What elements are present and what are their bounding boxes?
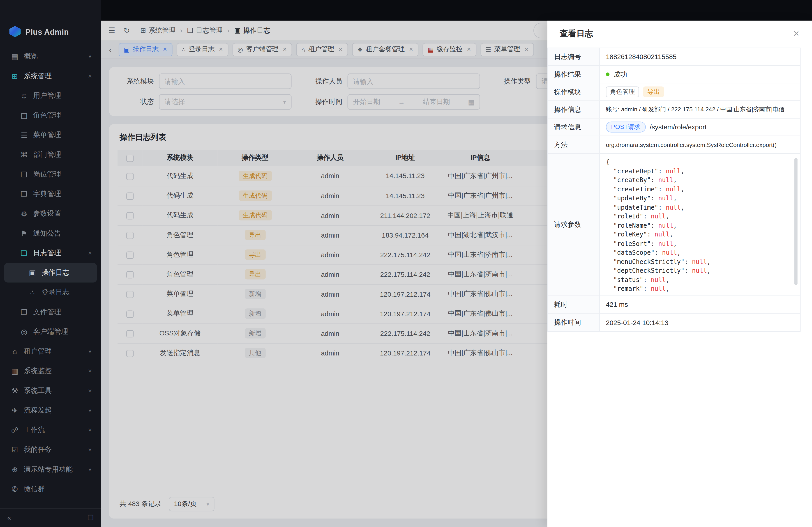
success-status-dot (606, 72, 609, 76)
post-method-tag: POST请求 (606, 122, 646, 132)
detail-label-duration: 耗时 (548, 296, 600, 313)
drawer-title: 查看日志 (560, 28, 593, 39)
detail-label-module: 操作模块 (548, 84, 600, 101)
modal-mask[interactable] (0, 0, 548, 527)
screen: Plus Admin ▤概览˅⊞系统管理˄☺用户管理◫角色管理☰菜单管理⌘部门管… (0, 0, 812, 527)
module-tag: 角色管理 (606, 87, 639, 97)
detail-value-request: POST请求 /system/role/export (600, 119, 800, 136)
log-detail-table: 日志编号 1882612840802115585 操作结果 成功 操作模块 角色… (548, 48, 801, 332)
detail-row-log-id: 日志编号 1882612840802115585 (548, 48, 800, 66)
detail-value-module: 角色管理 导出 (600, 84, 800, 101)
view-log-drawer: 查看日志 ✕ 日志编号 1882612840802115585 操作结果 成功 … (548, 21, 812, 527)
code-scrollbar[interactable] (794, 158, 798, 285)
detail-value-log-id: 1882612840802115585 (600, 48, 800, 65)
detail-row-params: 请求参数 { "createDept": null, "createBy": n… (548, 154, 800, 296)
detail-label-request: 请求信息 (548, 119, 600, 136)
result-text: 成功 (614, 70, 627, 79)
detail-row-method: 方法 org.dromara.system.controller.system.… (548, 136, 800, 154)
detail-value-params[interactable]: { "createDept": null, "createBy": null, … (600, 154, 800, 296)
detail-value-info: 账号: admin / 研发部门 / 222.175.114.242 / 中国|… (600, 101, 800, 118)
detail-label-log-id: 日志编号 (548, 48, 600, 65)
detail-value-method: org.dromara.system.controller.system.Sys… (600, 136, 800, 153)
detail-row-info: 操作信息 账号: admin / 研发部门 / 222.175.114.242 … (548, 101, 800, 119)
detail-label-method: 方法 (548, 136, 600, 153)
detail-value-duration: 421 ms (600, 296, 800, 313)
detail-row-module: 操作模块 角色管理 导出 (548, 84, 800, 101)
detail-row-time: 操作时间 2025-01-24 10:14:13 (548, 314, 800, 331)
detail-row-duration: 耗时 421 ms (548, 296, 800, 314)
close-icon[interactable]: ✕ (793, 29, 800, 38)
detail-label-params: 请求参数 (548, 154, 600, 296)
request-url: /system/role/export (650, 123, 707, 131)
drawer-header: 查看日志 ✕ (548, 21, 812, 47)
detail-row-request: 请求信息 POST请求 /system/role/export (548, 119, 800, 136)
detail-label-time: 操作时间 (548, 314, 600, 331)
detail-value-result: 成功 (600, 66, 800, 83)
detail-value-time: 2025-01-24 10:14:13 (600, 314, 800, 331)
action-tag: 导出 (643, 87, 664, 97)
detail-row-result: 操作结果 成功 (548, 66, 800, 84)
detail-label-info: 操作信息 (548, 101, 600, 118)
request-params-code: { "createDept": null, "createBy": null, … (606, 158, 711, 294)
detail-label-result: 操作结果 (548, 66, 600, 83)
